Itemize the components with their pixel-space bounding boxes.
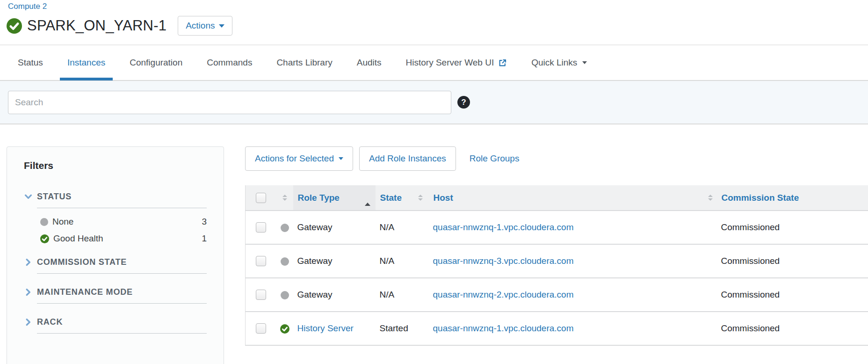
commission-state-cell: Commissioned [719,312,868,345]
tab-history-server-web-ui[interactable]: History Server Web UI [406,45,507,80]
page-title: SPARK_ON_YARN-1 [27,17,166,34]
row-checkbox[interactable] [256,323,266,334]
commission-state-cell: Commissioned [719,211,868,244]
add-role-instances-button[interactable]: Add Role Instances [359,146,456,171]
role-type-cell: Gateway [293,211,376,244]
filter-section-label: MAINTENANCE MODE [37,287,207,304]
table-row: Gateway N/A quasar-nnwznq-1.vpc.cloudera… [246,211,868,244]
external-link-icon [498,58,507,67]
tab-charts-library[interactable]: Charts Library [276,45,332,80]
commission-state-cell: Commissioned [719,278,868,312]
search-input[interactable] [8,91,451,114]
good-health-icon [40,234,49,243]
state-cell: N/A [376,278,429,312]
role-type-link[interactable]: History Server [297,323,354,333]
row-checkbox[interactable] [256,290,266,300]
tab-status[interactable]: Status [18,45,43,80]
good-health-icon [280,324,289,334]
breadcrumb-link-compute2[interactable]: Compute 2 [8,2,47,11]
sort-ascending-icon [365,193,375,203]
filter-section-status: STATUS None 3 Good Health 1 [24,192,207,244]
table-row: Gateway N/A quasar-nnwznq-2.vpc.cloudera… [246,278,868,312]
instances-table: Role Type State Host [245,185,868,346]
filter-section-maintenance-mode-header[interactable]: MAINTENANCE MODE [24,287,207,304]
filter-section-commission-state: COMMISSION STATE [24,257,207,274]
row-checkbox[interactable] [256,222,266,233]
good-health-icon [7,18,22,34]
filter-item-none[interactable]: None 3 [40,217,207,227]
tab-configuration[interactable]: Configuration [130,45,182,80]
caret-down-icon [219,24,224,28]
filter-section-commission-state-header[interactable]: COMMISSION STATE [24,257,207,274]
instances-toolbar: Actions for Selected Add Role Instances … [245,146,868,171]
commission-state-cell: Commissioned [719,244,868,278]
state-cell: N/A [376,244,429,278]
none-status-icon [40,218,48,226]
host-link[interactable]: quasar-nnwznq-2.vpc.cloudera.com [433,290,574,299]
none-status-icon [281,224,289,232]
role-groups-link[interactable]: Role Groups [470,153,520,164]
help-icon[interactable]: ? [457,96,470,109]
filters-panel: Filters STATUS None 3 [7,146,224,364]
chevron-right-icon [24,257,37,269]
sort-icon [282,195,287,201]
tab-audits[interactable]: Audits [357,45,382,80]
column-header-host[interactable]: Host [429,185,719,211]
service-title-row: SPARK_ON_YARN-1 Actions [7,16,868,36]
column-header-state[interactable]: State [376,185,429,211]
host-link[interactable]: quasar-nnwznq-1.vpc.cloudera.com [433,323,574,333]
tab-bar: Status Instances Configuration Commands … [0,44,868,80]
select-all-checkbox-cell [246,185,276,211]
caret-down-icon [582,61,587,64]
chevron-right-icon [24,317,37,328]
caret-down-icon [339,157,343,160]
sort-icon [708,195,718,201]
none-status-icon [281,291,289,299]
sort-icon [418,195,428,201]
table-row: History Server Started quasar-nnwznq-1.v… [246,312,868,345]
filter-item-good-health[interactable]: Good Health 1 [40,233,207,244]
role-type-cell: Gateway [293,244,376,278]
filter-section-label: COMMISSION STATE [37,257,207,274]
none-status-icon [281,257,289,266]
host-link[interactable]: quasar-nnwznq-3.vpc.cloudera.com [433,256,574,266]
column-header-role-type[interactable]: Role Type [293,185,376,211]
table-header-row: Role Type State Host [246,185,868,211]
filter-section-label: STATUS [37,192,207,208]
filter-section-status-header[interactable]: STATUS [24,192,207,208]
filter-count: 1 [202,233,207,244]
main-panel: Actions for Selected Add Role Instances … [245,146,868,346]
tab-quick-links[interactable]: Quick Links [531,45,587,80]
select-all-checkbox[interactable] [256,193,266,203]
state-cell: N/A [376,211,429,244]
column-header-commission-state[interactable]: Commission State [719,185,868,211]
filter-section-rack: RACK [24,317,207,334]
tab-instances[interactable]: Instances [67,45,105,80]
content-area: Filters STATUS None 3 [0,124,868,364]
column-header-status-icon[interactable] [276,185,293,211]
filter-count: 3 [202,217,207,227]
filter-section-label: RACK [37,317,207,334]
actions-button[interactable]: Actions [178,16,232,36]
chevron-right-icon [24,287,37,298]
actions-button-label: Actions [186,21,215,31]
table-row: Gateway N/A quasar-nnwznq-3.vpc.cloudera… [246,244,868,278]
actions-for-selected-button[interactable]: Actions for Selected [245,146,353,171]
breadcrumb: Compute 2 [0,0,868,11]
role-type-cell: Gateway [293,278,376,312]
row-checkbox[interactable] [256,256,266,266]
search-band: ? [0,80,868,124]
filters-title: Filters [24,160,207,171]
filter-section-maintenance-mode: MAINTENANCE MODE [24,287,207,304]
state-cell: Started [376,312,429,345]
tab-commands[interactable]: Commands [207,45,252,80]
filter-section-rack-header[interactable]: RACK [24,317,207,334]
host-link[interactable]: quasar-nnwznq-1.vpc.cloudera.com [433,222,574,232]
chevron-down-icon [24,192,37,203]
